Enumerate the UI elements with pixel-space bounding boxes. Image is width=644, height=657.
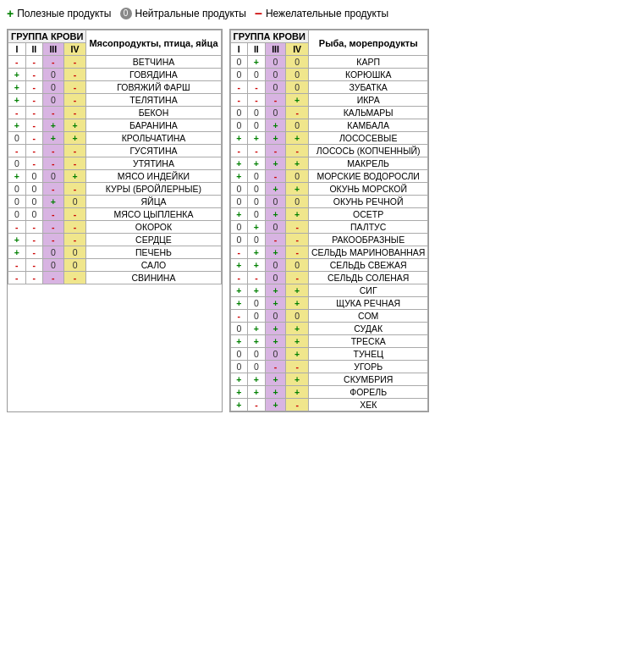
minus-label: Нежелательные продукты [266,8,388,19]
table-row: 0+++СУДАК [230,323,428,335]
cell-iii: + [265,157,286,170]
cell-iii: - [42,221,63,234]
cell-iv: - [286,361,309,373]
cell-iv: 0 [286,81,309,94]
cell-iii: + [265,399,286,411]
cell-iii: - [265,145,286,157]
cell-iv: - [286,399,309,411]
cell-ii: - [25,119,42,132]
cell-ii: - [248,94,266,107]
cell-iv: - [63,145,86,157]
product-name: СЕЛЬДЬ СВЕЖАЯ [308,259,428,272]
table1-col-II-header: II [25,43,42,56]
cell-iv: 0 [286,170,309,183]
cell-i: 0 [230,107,248,119]
cell-ii: - [25,94,42,107]
cell-ii: - [248,399,266,411]
table-row: ----БЕКОН [8,107,222,119]
cell-i: + [230,399,248,411]
cell-ii: - [25,259,42,272]
cell-ii: 0 [248,107,266,119]
table-row: 0000КОРЮШКА [230,69,428,81]
table-row: +-0-ГОВЯЖИЙ ФАРШ [8,81,222,94]
cell-i: - [230,81,248,94]
cell-ii: 0 [25,183,42,196]
product-name: КУРЫ (БРОЙЛЕРНЫЕ) [86,183,221,196]
cell-iv: - [286,246,309,259]
product-name: ТРЕСКА [308,335,428,348]
zero-label: Нейтральные продукты [135,8,247,19]
tables-container: ГРУППА КРОВИ Мясопродукты, птица, яйца I… [7,29,637,412]
cell-iv: 0 [63,259,86,272]
cell-iv: - [63,107,86,119]
table1: ГРУППА КРОВИ Мясопродукты, птица, яйца I… [8,30,222,284]
cell-iii: + [265,323,286,335]
table-row: 000+ТУНЕЦ [230,348,428,361]
cell-i: + [8,81,26,94]
cell-i: - [8,272,26,284]
cell-iii: + [265,335,286,348]
cell-iv: + [286,348,309,361]
cell-iii: - [42,107,63,119]
table-row: 0-++КРОЛЬЧАТИНА [8,132,222,145]
table-row: +-00ПЕЧЕНЬ [8,246,222,259]
cell-ii: - [25,246,42,259]
product-name: ЩУКА РЕЧНАЯ [308,297,428,310]
product-name: СЕЛЬДЬ СОЛЕНАЯ [308,272,428,284]
product-name: КАЛЬМАРЫ [308,107,428,119]
cell-iv: - [63,157,86,170]
product-name: СОМ [308,310,428,323]
cell-i: + [8,234,26,246]
table-row: +-+-ХЕК [230,399,428,411]
cell-iv: + [286,208,309,221]
product-name: МЯСО ИНДЕЙКИ [86,170,221,183]
table-row: +0++ОСЕТР [230,208,428,221]
cell-iv: + [286,323,309,335]
cell-iv: 0 [63,246,86,259]
cell-iv: + [286,297,309,310]
table-row: 00--МЯСО ЦЫПЛЕНКА [8,208,222,221]
table1-group-header: ГРУППА КРОВИ [8,30,86,43]
table2-col-II-header: II [248,43,266,56]
cell-iii: 0 [265,348,286,361]
cell-ii: + [248,246,266,259]
plus-label: Полезные продукты [17,8,111,19]
cell-iii: 0 [42,259,63,272]
product-name: БАРАНИНА [86,119,221,132]
cell-iii: + [42,119,63,132]
cell-i: - [8,56,26,69]
cell-ii: - [25,157,42,170]
product-name: РАКООБРАЗНЫЕ [308,234,428,246]
cell-i: - [8,259,26,272]
table-row: 0+0-ПАЛТУС [230,221,428,234]
product-name: ОКОРОК [86,221,221,234]
cell-iv: - [63,81,86,94]
cell-iv: + [63,170,86,183]
cell-ii: - [248,272,266,284]
table-row: +-0-ТЕЛЯТИНА [8,94,222,107]
cell-iii: + [42,132,63,145]
cell-i: 0 [230,361,248,373]
table-row: +0-0МОРСКИЕ ВОДОРОСЛИ [230,170,428,183]
product-name: ЛОСОСЕВЫЕ [308,132,428,145]
cell-iv: - [286,107,309,119]
legend-minus-item: – Нежелательные продукты [255,7,388,20]
product-name: СИГ [308,284,428,297]
table-row: +00+МЯСО ИНДЕЙКИ [8,170,222,183]
product-name: САЛО [86,259,221,272]
table-row: ----ГУСЯТИНА [8,145,222,157]
cell-i: + [8,94,26,107]
cell-ii: - [25,272,42,284]
cell-ii: + [248,386,266,399]
table-row: +---СЕРДЦЕ [8,234,222,246]
product-name: ПЕЧЕНЬ [86,246,221,259]
cell-iii: + [265,208,286,221]
cell-ii: - [248,145,266,157]
product-name: ГОВЯЖИЙ ФАРШ [86,81,221,94]
cell-i: 0 [8,183,26,196]
cell-ii: - [25,107,42,119]
cell-iv: + [286,157,309,170]
cell-i: + [230,132,248,145]
cell-iii: - [42,157,63,170]
cell-i: 0 [230,348,248,361]
